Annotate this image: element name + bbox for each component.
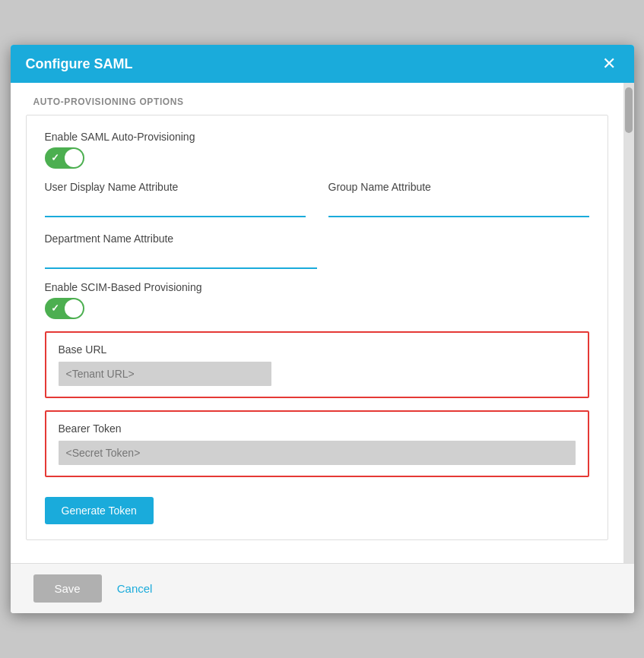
- enable-scim-toggle-wrapper: ✓: [45, 298, 589, 319]
- bearer-token-input[interactable]: [59, 441, 576, 465]
- modal-title: Configure SAML: [26, 56, 133, 72]
- bearer-token-box: Bearer Token: [45, 410, 589, 477]
- scrollbar-track[interactable]: [623, 83, 634, 563]
- group-name-group: Group Name Attribute: [328, 181, 589, 217]
- department-name-label: Department Name Attribute: [45, 233, 589, 245]
- auto-provisioning-header: AUTO-PROVISIONING OPTIONS: [11, 83, 623, 115]
- modal-overlay: Configure SAML ✕ AUTO-PROVISIONING OPTIO…: [0, 0, 644, 658]
- user-display-name-input[interactable]: [45, 198, 306, 217]
- enable-saml-label: Enable SAML Auto-Provisioning: [45, 131, 589, 143]
- user-display-name-group: User Display Name Attribute: [45, 181, 306, 217]
- toggle-knob: [65, 149, 83, 167]
- modal-footer: Save Cancel: [11, 563, 634, 613]
- close-button[interactable]: ✕: [599, 55, 619, 72]
- configure-saml-modal: Configure SAML ✕ AUTO-PROVISIONING OPTIO…: [11, 45, 634, 613]
- toggle-check-icon: ✓: [51, 152, 59, 163]
- base-url-input[interactable]: [59, 362, 271, 386]
- modal-scrollbar-area: AUTO-PROVISIONING OPTIONS Enable SAML Au…: [11, 83, 634, 563]
- base-url-box: Base URL: [45, 331, 589, 398]
- modal-body: AUTO-PROVISIONING OPTIONS Enable SAML Au…: [11, 83, 623, 563]
- group-name-input[interactable]: [328, 198, 589, 217]
- group-name-label: Group Name Attribute: [328, 181, 589, 193]
- enable-saml-toggle-wrapper: ✓: [45, 147, 589, 169]
- bearer-token-label: Bearer Token: [59, 422, 576, 435]
- enable-saml-toggle[interactable]: ✓: [45, 147, 84, 169]
- department-name-input[interactable]: [45, 249, 317, 269]
- modal-header: Configure SAML ✕: [11, 45, 634, 83]
- name-attributes-row: User Display Name Attribute Group Name A…: [45, 181, 589, 217]
- scim-toggle-check-icon: ✓: [51, 302, 59, 314]
- bottom-spacer: [11, 548, 623, 563]
- base-url-label: Base URL: [59, 343, 576, 356]
- enable-scim-label: Enable SCIM-Based Provisioning: [45, 281, 589, 293]
- generate-token-button[interactable]: Generate Token: [45, 497, 154, 524]
- save-button[interactable]: Save: [33, 574, 102, 603]
- auto-provisioning-section: Enable SAML Auto-Provisioning ✓ User Dis…: [26, 115, 608, 540]
- department-name-group: Department Name Attribute: [45, 233, 589, 269]
- scrollbar-thumb[interactable]: [625, 87, 633, 133]
- cancel-button[interactable]: Cancel: [117, 582, 153, 595]
- scim-toggle-knob: [65, 299, 83, 318]
- user-display-name-label: User Display Name Attribute: [45, 181, 306, 193]
- enable-scim-toggle[interactable]: ✓: [45, 298, 84, 319]
